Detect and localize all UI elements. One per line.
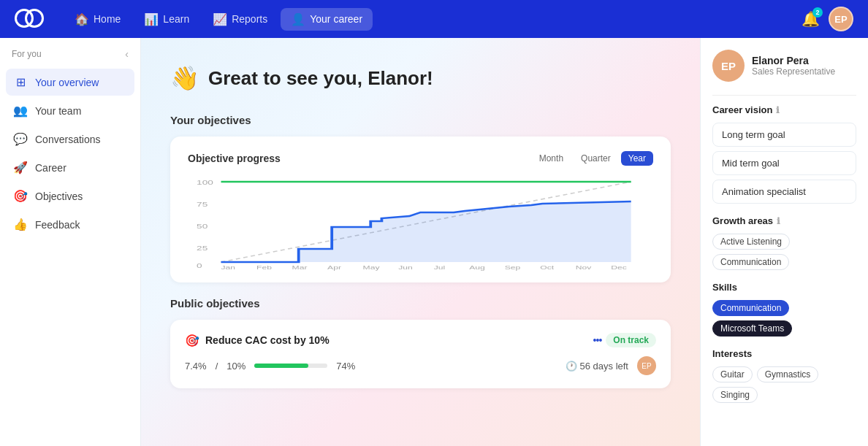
tag-communication: Communication bbox=[712, 254, 789, 270]
right-panel: EP Elanor Pera Sales Representative Care… bbox=[700, 38, 868, 446]
goal-item-animation: Animation specialist bbox=[712, 180, 856, 204]
chart-tab-quarter[interactable]: Quarter bbox=[574, 151, 618, 166]
svg-text:75: 75 bbox=[197, 201, 208, 207]
public-objectives-title: Public objectives bbox=[170, 297, 671, 309]
sidebar-section-title: For you bbox=[12, 49, 42, 59]
sidebar-items: ⊞ Your overview 👥 Your team 💬 Conversati… bbox=[0, 66, 140, 241]
home-icon: 🏠 bbox=[75, 12, 89, 26]
sidebar-label-your-team: Your team bbox=[35, 105, 81, 117]
interests-title: Interests bbox=[712, 348, 856, 359]
svg-text:Feb: Feb bbox=[256, 264, 272, 271]
app-logo[interactable] bbox=[15, 9, 47, 29]
svg-text:Dec: Dec bbox=[611, 264, 627, 271]
profile-role: Sales Representative bbox=[752, 66, 835, 77]
user-avatar: EP bbox=[712, 50, 745, 82]
goal-item-mid-term: Mid term goal bbox=[712, 151, 856, 175]
notifications-button[interactable]: 🔔 2 bbox=[802, 10, 820, 28]
sidebar-label-your-overview: Your overview bbox=[35, 77, 99, 88]
svg-text:100: 100 bbox=[197, 179, 213, 185]
nav-item-home[interactable]: 🏠 Home bbox=[64, 8, 131, 31]
sidebar-label-conversations: Conversations bbox=[35, 134, 101, 145]
sidebar: For you ‹ ⊞ Your overview 👥 Your team 💬 … bbox=[0, 38, 141, 446]
sidebar-label-career: Career bbox=[35, 162, 66, 174]
nav-label-your-career: Your career bbox=[310, 13, 362, 25]
career-icon: 🚀 bbox=[13, 161, 28, 174]
interests-tags: Guitar Gymnastics Singing bbox=[712, 366, 856, 403]
svg-text:Sep: Sep bbox=[505, 264, 521, 271]
chart-tab-year[interactable]: Year bbox=[621, 151, 653, 166]
growth-areas-section: Growth areas ℹ Active Listening Communic… bbox=[712, 215, 856, 270]
sidebar-item-feedback[interactable]: 👍 Feedback bbox=[6, 211, 134, 238]
objective-card-reduce-cac: 🎯 Reduce CAC cost by 10% ••• On track 7.… bbox=[170, 320, 671, 388]
career-vision-section: Career vision ℹ Long term goal Mid term … bbox=[712, 104, 856, 204]
objective-progress-chart: 100 75 50 25 0 Jan Feb Mar Apr May Jun J… bbox=[188, 176, 653, 271]
nav-item-reports[interactable]: 📈 Reports bbox=[202, 8, 278, 31]
greeting-text: Great to see you, Elanor! bbox=[208, 67, 433, 90]
profile-row: EP Elanor Pera Sales Representative bbox=[712, 50, 856, 82]
skills-tags: Communication Microsoft Teams bbox=[712, 300, 856, 337]
progress-bar-fill bbox=[254, 364, 308, 368]
svg-text:0: 0 bbox=[197, 262, 202, 269]
goal-item-long-term: Long term goal bbox=[712, 123, 856, 147]
sidebar-item-career[interactable]: 🚀 Career bbox=[6, 154, 134, 181]
sidebar-item-your-overview[interactable]: ⊞ Your overview bbox=[6, 69, 134, 96]
svg-text:Apr: Apr bbox=[327, 264, 342, 271]
objective-title: Reduce CAC cost by 10% bbox=[205, 334, 330, 346]
wave-emoji: 👋 bbox=[170, 64, 199, 92]
chart-card: Objective progress Month Quarter Year 10… bbox=[170, 137, 671, 282]
svg-text:Oct: Oct bbox=[540, 264, 554, 271]
info-icon-career: ℹ bbox=[776, 105, 780, 115]
sidebar-item-objectives[interactable]: 🎯 Objectives bbox=[6, 182, 134, 209]
reports-icon: 📈 bbox=[213, 12, 227, 26]
chart-tab-month[interactable]: Month bbox=[532, 151, 571, 166]
progress-total: 10% bbox=[226, 361, 245, 372]
tag-singing: Singing bbox=[712, 387, 758, 403]
nav-label-reports: Reports bbox=[232, 13, 267, 25]
interests-section: Interests Guitar Gymnastics Singing bbox=[712, 348, 856, 403]
chart-title: Objective progress bbox=[188, 153, 281, 164]
nav-items: 🏠 Home 📊 Learn 📈 Reports 👤 Your career bbox=[64, 8, 796, 31]
skills-section: Skills Communication Microsoft Teams bbox=[712, 282, 856, 337]
nav-label-home: Home bbox=[94, 13, 121, 25]
svg-text:25: 25 bbox=[197, 245, 208, 251]
skills-title: Skills bbox=[712, 282, 856, 293]
chart-header: Objective progress Month Quarter Year bbox=[188, 151, 653, 166]
chart-area: 100 75 50 25 0 Jan Feb Mar Apr May Jun J… bbox=[188, 176, 653, 271]
svg-text:Jun: Jun bbox=[398, 264, 413, 271]
tag-skill-microsoft-teams: Microsoft Teams bbox=[712, 320, 792, 337]
progress-bar-wrap bbox=[254, 364, 327, 368]
svg-text:50: 50 bbox=[197, 223, 208, 229]
nav-label-learn: Learn bbox=[163, 13, 189, 25]
days-left: 🕐 56 days left bbox=[566, 361, 629, 372]
status-dots: ••• bbox=[593, 334, 602, 346]
nav-right: 🔔 2 EP bbox=[802, 7, 853, 31]
objective-icon: 🎯 bbox=[185, 334, 199, 347]
your-team-icon: 👥 bbox=[13, 104, 28, 118]
sidebar-item-your-team[interactable]: 👥 Your team bbox=[6, 97, 134, 124]
objectives-icon: 🎯 bbox=[13, 189, 28, 203]
your-overview-icon: ⊞ bbox=[13, 75, 28, 89]
obj-status: ••• On track bbox=[593, 333, 656, 347]
nav-item-learn[interactable]: 📊 Learn bbox=[134, 8, 199, 31]
collapse-sidebar-button[interactable]: ‹ bbox=[125, 48, 129, 60]
progress-pct-label: 74% bbox=[336, 361, 355, 372]
days-left-label: 56 days left bbox=[580, 361, 629, 372]
progress-separator: / bbox=[216, 361, 218, 372]
notifications-badge: 2 bbox=[812, 7, 823, 18]
info-icon-growth: ℹ bbox=[777, 216, 780, 226]
obj-title-row: 🎯 Reduce CAC cost by 10% bbox=[185, 334, 330, 347]
learn-icon: 📊 bbox=[144, 12, 159, 26]
user-avatar-topnav[interactable]: EP bbox=[829, 7, 853, 31]
tag-active-listening: Active Listening bbox=[712, 234, 790, 250]
growth-areas-tags: Active Listening Communication bbox=[712, 234, 856, 270]
objectives-section-title: Your objectives bbox=[170, 114, 671, 126]
nav-item-your-career[interactable]: 👤 Your career bbox=[281, 8, 373, 31]
svg-text:Nov: Nov bbox=[576, 264, 593, 271]
main-layout: For you ‹ ⊞ Your overview 👥 Your team 💬 … bbox=[0, 38, 868, 446]
svg-text:Aug: Aug bbox=[469, 264, 485, 271]
svg-text:May: May bbox=[363, 264, 381, 271]
growth-areas-title: Growth areas ℹ bbox=[712, 215, 856, 226]
tag-gymnastics: Gymnastics bbox=[757, 366, 819, 382]
sidebar-item-conversations[interactable]: 💬 Conversations bbox=[6, 126, 134, 153]
progress-current: 7.4% bbox=[185, 361, 207, 372]
